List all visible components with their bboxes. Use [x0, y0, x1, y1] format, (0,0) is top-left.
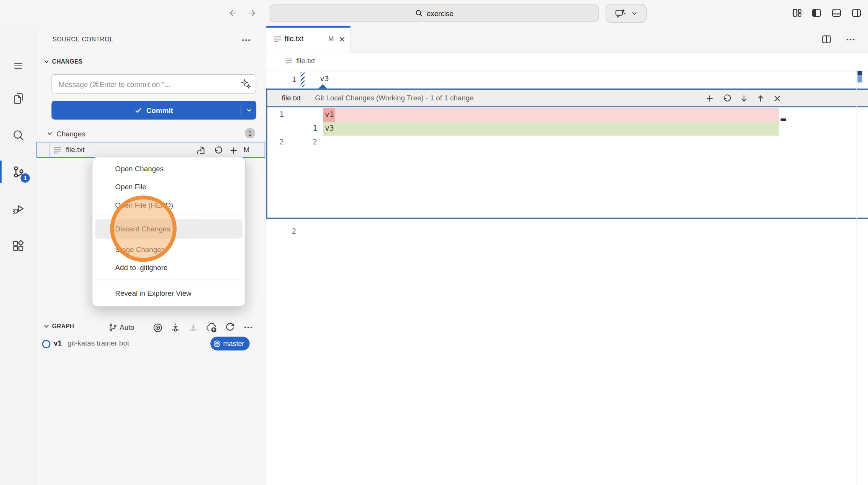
toggle-primary-sidebar-icon[interactable] [811, 7, 822, 18]
target-icon[interactable] [153, 323, 163, 333]
diff-row-context: 2 2 [267, 136, 868, 149]
tab-modified-badge: M [328, 35, 334, 43]
commit-message-box [51, 74, 256, 94]
modified-line-number: 2 [304, 137, 317, 146]
customize-layout-icon[interactable] [792, 7, 803, 18]
scm-changes-badge: 1 [20, 173, 30, 183]
branch-badge[interactable]: master [210, 337, 250, 351]
pull-icon[interactable] [170, 323, 180, 333]
previous-change-icon[interactable] [756, 94, 765, 103]
title-bar: exercise [0, 0, 868, 26]
generate-message-sparkle-icon[interactable] [241, 79, 251, 89]
graph-auto-dropdown[interactable]: Auto [108, 323, 134, 333]
peek-anchor-arrow [318, 84, 327, 89]
tab-file-name: file.txt [285, 34, 303, 43]
commit-node-icon [42, 340, 51, 348]
menu-item-reveal-explorer[interactable]: Reveal in Explorer View [95, 283, 242, 303]
editor-area: file.txt M file.txt 1 v3 [266, 26, 868, 485]
panel-title: SOURCE CONTROL [52, 36, 113, 43]
diff-body: 1 v1 1 v3 2 2 [267, 107, 868, 218]
command-center-search[interactable]: exercise [270, 5, 599, 22]
commit-author: git-katas trainer bot [67, 339, 129, 347]
deleted-line-text: v1 [325, 110, 334, 118]
graph-more-icon[interactable] [244, 323, 253, 333]
explorer-icon[interactable] [0, 84, 36, 112]
publish-cloud-icon[interactable] [206, 323, 218, 333]
line-text: v3 [320, 74, 329, 83]
menu-hamburger-icon[interactable] [0, 51, 36, 80]
menu-item-open-changes[interactable]: Open Changes [95, 159, 242, 178]
breadcrumb[interactable]: file.txt [266, 52, 868, 70]
editor-line-2: 2 [266, 224, 868, 238]
line-number: 2 [282, 226, 296, 235]
original-line-number: 2 [271, 137, 284, 146]
deletion-ruler-marker [781, 118, 786, 120]
changes-group-row[interactable]: Changes 1 [36, 126, 266, 141]
graph-commit-row[interactable]: v1 git-katas trainer bot master [36, 337, 266, 351]
search-query: exercise [427, 9, 454, 18]
line-number: 1 [282, 75, 296, 84]
stage-change-icon[interactable] [705, 94, 714, 103]
commit-dropdown-icon[interactable] [246, 107, 252, 113]
tab-bar: file.txt M [266, 26, 868, 52]
toggle-secondary-sidebar-icon[interactable] [851, 7, 862, 18]
overview-cursor-marker[interactable] [858, 71, 862, 75]
graph-section-label: GRAPH [52, 323, 74, 329]
fetch-icon-disabled [188, 323, 198, 333]
original-line-number: 1 [271, 110, 284, 118]
chevron-down-icon [631, 10, 637, 16]
copilot-chat-button[interactable] [606, 4, 647, 23]
active-view-indicator [0, 161, 2, 183]
branch-name: master [223, 340, 244, 347]
dirty-diff-peek: file.txt Git Local Changes (Working Tree… [266, 88, 868, 219]
changed-file-row[interactable]: file.txt M [36, 142, 265, 158]
file-icon [274, 35, 282, 43]
open-file-icon[interactable] [197, 146, 205, 155]
graph-auto-label: Auto [120, 323, 134, 332]
peek-file-name: file.txt [282, 93, 301, 102]
revert-change-icon[interactable] [722, 94, 731, 103]
source-control-icon[interactable] [0, 157, 36, 186]
refresh-icon[interactable] [225, 323, 235, 333]
target-icon [213, 340, 221, 347]
modified-line-number: 1 [304, 123, 317, 132]
nav-back-icon[interactable] [227, 8, 237, 18]
git-branch-icon [108, 323, 118, 333]
discard-changes-icon[interactable] [214, 146, 223, 155]
commit-message-input[interactable] [57, 75, 231, 94]
graph-section-header[interactable]: GRAPH Auto [36, 320, 266, 334]
next-change-icon[interactable] [740, 94, 748, 103]
search-view-icon[interactable] [0, 121, 36, 149]
extensions-icon[interactable] [0, 231, 36, 260]
stage-changes-icon[interactable] [229, 146, 238, 155]
split-editor-icon[interactable] [821, 34, 832, 45]
panel-more-icon[interactable] [241, 35, 251, 45]
chevron-down-icon [43, 58, 50, 65]
search-icon [415, 10, 423, 17]
tab-file-txt[interactable]: file.txt M [266, 26, 351, 52]
diff-row-added: 1 v3 [267, 122, 868, 136]
diff-row-deleted: 1 v1 [267, 108, 868, 122]
run-debug-icon[interactable] [0, 194, 36, 223]
changes-section-header[interactable]: CHANGES [43, 58, 83, 65]
chevron-down-icon [43, 323, 50, 329]
changes-count-badge: 1 [245, 128, 255, 138]
close-peek-icon[interactable] [773, 94, 781, 103]
overview-modified-marker[interactable] [858, 75, 862, 83]
nav-forward-icon[interactable] [247, 8, 258, 18]
file-icon [53, 147, 62, 154]
menu-item-add-gitignore[interactable]: Add to .gitignore [95, 259, 242, 277]
toggle-panel-icon[interactable] [831, 7, 842, 18]
chevron-down-icon [46, 130, 53, 137]
click-indicator [110, 195, 177, 262]
changed-file-name: file.txt [66, 146, 85, 154]
modified-gutter-decoration [301, 72, 305, 87]
check-icon [135, 106, 142, 114]
commit-message: v1 [54, 339, 62, 347]
menu-separator [96, 280, 242, 280]
tab-close-icon[interactable] [338, 35, 346, 43]
menu-item-open-file[interactable]: Open File [95, 178, 242, 196]
commit-button[interactable]: Commit [51, 101, 256, 120]
editor-more-icon[interactable] [846, 35, 855, 44]
breadcrumb-file-name: file.txt [296, 56, 315, 65]
